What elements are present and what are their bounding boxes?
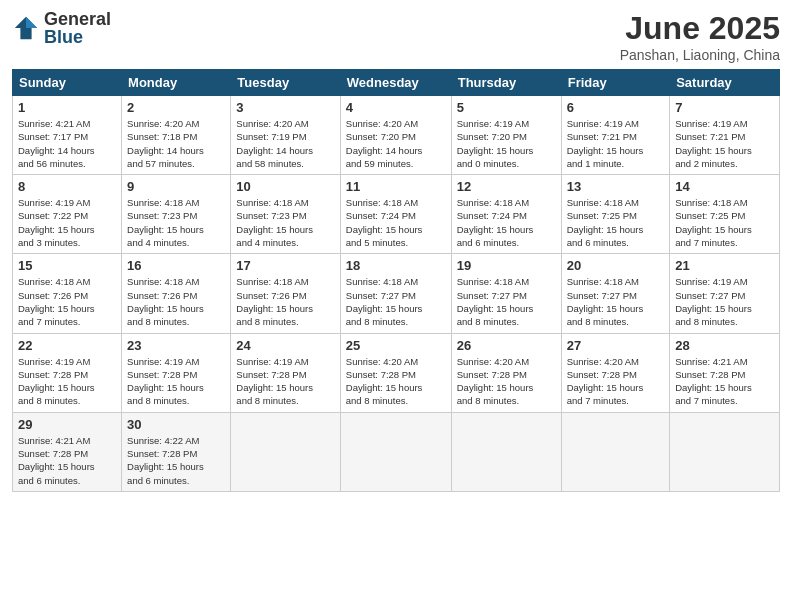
day-number: 14 [675,179,774,194]
day-number: 6 [567,100,665,115]
table-row: 19Sunrise: 4:18 AM Sunset: 7:27 PM Dayli… [451,254,561,333]
table-row: 8Sunrise: 4:19 AM Sunset: 7:22 PM Daylig… [13,175,122,254]
day-number: 16 [127,258,225,273]
day-number: 24 [236,338,334,353]
day-info: Sunrise: 4:20 AM Sunset: 7:18 PM Dayligh… [127,117,225,170]
table-row: 7Sunrise: 4:19 AM Sunset: 7:21 PM Daylig… [670,96,780,175]
col-monday: Monday [122,70,231,96]
day-info: Sunrise: 4:22 AM Sunset: 7:28 PM Dayligh… [127,434,225,487]
table-row: 16Sunrise: 4:18 AM Sunset: 7:26 PM Dayli… [122,254,231,333]
day-info: Sunrise: 4:18 AM Sunset: 7:26 PM Dayligh… [18,275,116,328]
svg-marker-1 [26,17,37,28]
table-row [451,412,561,491]
day-number: 22 [18,338,116,353]
table-row: 26Sunrise: 4:20 AM Sunset: 7:28 PM Dayli… [451,333,561,412]
calendar-week-3: 15Sunrise: 4:18 AM Sunset: 7:26 PM Dayli… [13,254,780,333]
day-info: Sunrise: 4:18 AM Sunset: 7:23 PM Dayligh… [127,196,225,249]
table-row: 12Sunrise: 4:18 AM Sunset: 7:24 PM Dayli… [451,175,561,254]
day-number: 28 [675,338,774,353]
day-info: Sunrise: 4:18 AM Sunset: 7:23 PM Dayligh… [236,196,334,249]
table-row: 10Sunrise: 4:18 AM Sunset: 7:23 PM Dayli… [231,175,340,254]
col-saturday: Saturday [670,70,780,96]
day-info: Sunrise: 4:18 AM Sunset: 7:27 PM Dayligh… [457,275,556,328]
table-row [231,412,340,491]
table-row: 18Sunrise: 4:18 AM Sunset: 7:27 PM Dayli… [340,254,451,333]
day-number: 4 [346,100,446,115]
day-info: Sunrise: 4:18 AM Sunset: 7:27 PM Dayligh… [567,275,665,328]
day-number: 21 [675,258,774,273]
table-row: 24Sunrise: 4:19 AM Sunset: 7:28 PM Dayli… [231,333,340,412]
day-number: 25 [346,338,446,353]
calendar-week-4: 22Sunrise: 4:19 AM Sunset: 7:28 PM Dayli… [13,333,780,412]
table-row: 1Sunrise: 4:21 AM Sunset: 7:17 PM Daylig… [13,96,122,175]
calendar-header-row: Sunday Monday Tuesday Wednesday Thursday… [13,70,780,96]
day-info: Sunrise: 4:20 AM Sunset: 7:28 PM Dayligh… [457,355,556,408]
day-info: Sunrise: 4:19 AM Sunset: 7:20 PM Dayligh… [457,117,556,170]
day-info: Sunrise: 4:18 AM Sunset: 7:27 PM Dayligh… [346,275,446,328]
table-row: 2Sunrise: 4:20 AM Sunset: 7:18 PM Daylig… [122,96,231,175]
col-tuesday: Tuesday [231,70,340,96]
day-number: 15 [18,258,116,273]
col-sunday: Sunday [13,70,122,96]
day-number: 9 [127,179,225,194]
day-number: 1 [18,100,116,115]
day-number: 27 [567,338,665,353]
logo-blue-text: Blue [44,28,111,46]
day-number: 3 [236,100,334,115]
table-row [561,412,670,491]
col-wednesday: Wednesday [340,70,451,96]
day-info: Sunrise: 4:20 AM Sunset: 7:28 PM Dayligh… [567,355,665,408]
logo: General Blue [12,10,111,46]
table-row: 29Sunrise: 4:21 AM Sunset: 7:28 PM Dayli… [13,412,122,491]
table-row: 13Sunrise: 4:18 AM Sunset: 7:25 PM Dayli… [561,175,670,254]
day-number: 19 [457,258,556,273]
table-row: 11Sunrise: 4:18 AM Sunset: 7:24 PM Dayli… [340,175,451,254]
day-number: 10 [236,179,334,194]
day-number: 26 [457,338,556,353]
day-info: Sunrise: 4:18 AM Sunset: 7:26 PM Dayligh… [127,275,225,328]
table-row: 21Sunrise: 4:19 AM Sunset: 7:27 PM Dayli… [670,254,780,333]
day-info: Sunrise: 4:21 AM Sunset: 7:17 PM Dayligh… [18,117,116,170]
day-info: Sunrise: 4:19 AM Sunset: 7:28 PM Dayligh… [127,355,225,408]
table-row: 22Sunrise: 4:19 AM Sunset: 7:28 PM Dayli… [13,333,122,412]
day-info: Sunrise: 4:21 AM Sunset: 7:28 PM Dayligh… [18,434,116,487]
day-number: 13 [567,179,665,194]
day-info: Sunrise: 4:19 AM Sunset: 7:21 PM Dayligh… [567,117,665,170]
day-info: Sunrise: 4:19 AM Sunset: 7:21 PM Dayligh… [675,117,774,170]
day-number: 17 [236,258,334,273]
table-row: 20Sunrise: 4:18 AM Sunset: 7:27 PM Dayli… [561,254,670,333]
day-info: Sunrise: 4:21 AM Sunset: 7:28 PM Dayligh… [675,355,774,408]
day-info: Sunrise: 4:18 AM Sunset: 7:24 PM Dayligh… [457,196,556,249]
calendar-week-5: 29Sunrise: 4:21 AM Sunset: 7:28 PM Dayli… [13,412,780,491]
table-row: 4Sunrise: 4:20 AM Sunset: 7:20 PM Daylig… [340,96,451,175]
day-info: Sunrise: 4:18 AM Sunset: 7:26 PM Dayligh… [236,275,334,328]
title-block: June 2025 Panshan, Liaoning, China [620,10,780,63]
day-number: 12 [457,179,556,194]
month-title: June 2025 [620,10,780,47]
day-info: Sunrise: 4:19 AM Sunset: 7:27 PM Dayligh… [675,275,774,328]
day-number: 5 [457,100,556,115]
day-info: Sunrise: 4:19 AM Sunset: 7:28 PM Dayligh… [236,355,334,408]
table-row: 5Sunrise: 4:19 AM Sunset: 7:20 PM Daylig… [451,96,561,175]
day-info: Sunrise: 4:18 AM Sunset: 7:24 PM Dayligh… [346,196,446,249]
table-row [340,412,451,491]
day-info: Sunrise: 4:19 AM Sunset: 7:28 PM Dayligh… [18,355,116,408]
day-number: 30 [127,417,225,432]
logo-general-text: General [44,10,111,28]
table-row: 9Sunrise: 4:18 AM Sunset: 7:23 PM Daylig… [122,175,231,254]
day-info: Sunrise: 4:20 AM Sunset: 7:20 PM Dayligh… [346,117,446,170]
calendar-week-2: 8Sunrise: 4:19 AM Sunset: 7:22 PM Daylig… [13,175,780,254]
table-row: 3Sunrise: 4:20 AM Sunset: 7:19 PM Daylig… [231,96,340,175]
location-subtitle: Panshan, Liaoning, China [620,47,780,63]
day-info: Sunrise: 4:19 AM Sunset: 7:22 PM Dayligh… [18,196,116,249]
header: General Blue June 2025 Panshan, Liaoning… [12,10,780,63]
table-row: 23Sunrise: 4:19 AM Sunset: 7:28 PM Dayli… [122,333,231,412]
table-row: 14Sunrise: 4:18 AM Sunset: 7:25 PM Dayli… [670,175,780,254]
calendar-table: Sunday Monday Tuesday Wednesday Thursday… [12,69,780,492]
table-row: 6Sunrise: 4:19 AM Sunset: 7:21 PM Daylig… [561,96,670,175]
day-number: 11 [346,179,446,194]
table-row: 25Sunrise: 4:20 AM Sunset: 7:28 PM Dayli… [340,333,451,412]
day-number: 8 [18,179,116,194]
day-number: 20 [567,258,665,273]
day-info: Sunrise: 4:20 AM Sunset: 7:19 PM Dayligh… [236,117,334,170]
